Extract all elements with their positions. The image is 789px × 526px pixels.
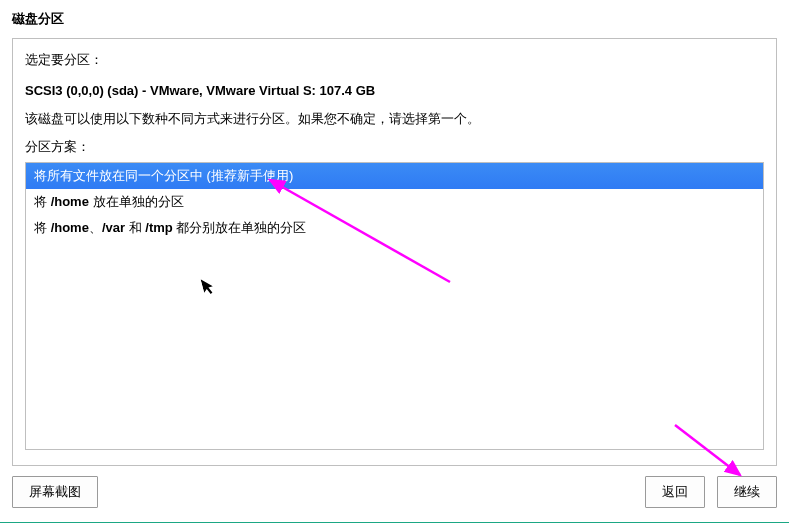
option-label-sep: 和 bbox=[125, 220, 145, 235]
continue-button[interactable]: 继续 bbox=[717, 476, 777, 508]
screenshot-button[interactable]: 屏幕截图 bbox=[12, 476, 98, 508]
path-home: /home bbox=[51, 220, 89, 235]
scheme-option-separate-home[interactable]: 将 /home 放在单独的分区 bbox=[26, 189, 763, 215]
description-text: 该磁盘可以使用以下数种不同方式来进行分区。如果您不确定，请选择第一个。 bbox=[25, 110, 764, 128]
option-label-pre: 将 bbox=[34, 194, 51, 209]
scheme-option-all-in-one[interactable]: 将所有文件放在同一个分区中 (推荐新手使用) bbox=[26, 163, 763, 189]
page-title: 磁盘分区 bbox=[12, 10, 777, 28]
partition-scheme-listbox[interactable]: 将所有文件放在同一个分区中 (推荐新手使用) 将 /home 放在单独的分区 将… bbox=[25, 162, 764, 450]
option-label: 将所有文件放在同一个分区中 (推荐新手使用) bbox=[34, 168, 293, 183]
back-button[interactable]: 返回 bbox=[645, 476, 705, 508]
path-tmp: /tmp bbox=[145, 220, 172, 235]
scheme-option-separate-home-var-tmp[interactable]: 将 /home、/var 和 /tmp 都分别放在单独的分区 bbox=[26, 215, 763, 241]
bottom-toolbar: 屏幕截图 返回 继续 bbox=[12, 476, 777, 508]
option-label-post: 放在单独的分区 bbox=[89, 194, 184, 209]
option-label-sep: 、 bbox=[89, 220, 102, 235]
path-home: /home bbox=[51, 194, 89, 209]
option-label-post: 都分别放在单独的分区 bbox=[173, 220, 307, 235]
scheme-label: 分区方案： bbox=[25, 138, 764, 156]
window-bottom-border bbox=[0, 522, 789, 523]
path-var: /var bbox=[102, 220, 125, 235]
disk-identifier: SCSI3 (0,0,0) (sda) - VMware, VMware Vir… bbox=[25, 83, 764, 98]
option-label-pre: 将 bbox=[34, 220, 51, 235]
intro-text: 选定要分区： bbox=[25, 51, 764, 69]
main-panel: 选定要分区： SCSI3 (0,0,0) (sda) - VMware, VMw… bbox=[12, 38, 777, 466]
